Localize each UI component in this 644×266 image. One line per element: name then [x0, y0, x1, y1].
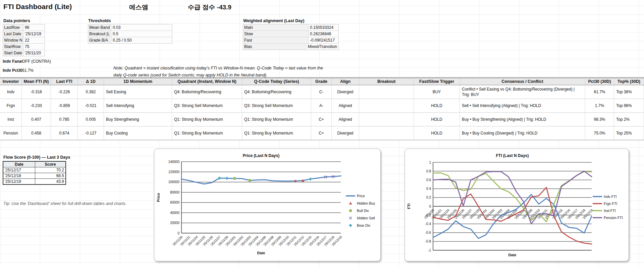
- cell[interactable]: Q1: Strong Buy Momentum: [242, 113, 311, 126]
- cell[interactable]: C-: [311, 85, 332, 99]
- column-header[interactable]: Grade: [311, 78, 332, 85]
- cell[interactable]: Buy Cooling: [104, 126, 172, 140]
- cell[interactable]: -0.316: [22, 85, 51, 99]
- cell[interactable]: -0.226: [51, 85, 78, 99]
- cell[interactable]: -0.021: [78, 99, 104, 112]
- extra-row-label[interactable]: Indv Fanati: [3, 59, 22, 64]
- cell[interactable]: [359, 126, 414, 140]
- data-pointer-value-cell[interactable]: '25/12/19: [23, 31, 45, 37]
- cell[interactable]: 61.7%: [585, 85, 614, 99]
- threshold-label[interactable]: Mean Band: [88, 24, 111, 31]
- cell[interactable]: Top 2%: [614, 113, 644, 126]
- column-header[interactable]: Top% (30D): [614, 78, 644, 85]
- data-pointer-value-cell[interactable]: '25/11/20: [23, 50, 45, 56]
- data-pointer-value-cell[interactable]: 96: [23, 24, 45, 31]
- cell[interactable]: 0.005: [78, 113, 104, 126]
- cell[interactable]: Sell • Sell Intensifying (Aligned) | Tri…: [460, 99, 585, 112]
- column-header[interactable]: Breakout: [359, 78, 414, 85]
- extra-row-value[interactable]: 61.7%: [22, 68, 34, 73]
- cell[interactable]: 75.0%: [585, 126, 614, 140]
- threshold-value-cell[interactable]: 0.5: [111, 31, 172, 37]
- cell[interactable]: 0.674: [51, 126, 78, 140]
- cell[interactable]: Frgn: [0, 99, 22, 112]
- flow-date-cell[interactable]: '25/12/18: [3, 173, 35, 178]
- data-pointer-label[interactable]: StartRow: [3, 44, 23, 50]
- cell[interactable]: 0.785: [51, 113, 78, 126]
- cell[interactable]: Buy • Buy Cooling (Diverged) | Trig: HOL…: [460, 126, 585, 140]
- cell[interactable]: C+: [311, 126, 332, 140]
- cell[interactable]: 98.3%: [585, 113, 614, 126]
- cell[interactable]: [359, 113, 414, 126]
- flow-score-cell[interactable]: 68.5: [35, 173, 65, 178]
- column-header[interactable]: Investor: [0, 78, 22, 85]
- extra-row-value[interactable]: OFF (CONTRA): [22, 59, 51, 64]
- column-header[interactable]: Fast/Slow Trigger: [414, 78, 460, 85]
- threshold-label[interactable]: Grade B/A: [88, 37, 111, 43]
- cell[interactable]: Buy Strengthening: [104, 113, 172, 126]
- cell[interactable]: Q1: Strong Buy Momentum: [172, 113, 242, 126]
- cell[interactable]: -0.233: [22, 99, 51, 112]
- cell[interactable]: Aligned: [332, 113, 359, 126]
- cell[interactable]: Q3: Strong Sell Momentum: [242, 99, 311, 112]
- column-header[interactable]: Last FTI: [51, 78, 78, 85]
- column-header[interactable]: Δ 1D: [78, 78, 104, 85]
- threshold-value-cell[interactable]: 0.25 / 0.50: [111, 37, 172, 43]
- cell[interactable]: Aligned: [332, 99, 359, 112]
- cell[interactable]: 0.382: [78, 85, 104, 99]
- cell[interactable]: Q4: Bottoming/Recovering: [242, 85, 311, 99]
- cell[interactable]: HOLD: [414, 126, 460, 140]
- cell[interactable]: [359, 85, 414, 99]
- column-header[interactable]: Mean FTI (N): [22, 78, 51, 85]
- column-header[interactable]: Q-Code Today (Series): [242, 78, 311, 85]
- cell[interactable]: Buy • Buy Strengthening (Aligned) | Trig…: [460, 113, 585, 126]
- cell[interactable]: Sell Easing: [104, 85, 172, 99]
- flow-date-cell[interactable]: '25/12/19: [3, 179, 35, 184]
- cell[interactable]: Diverged: [332, 85, 359, 99]
- data-pointer-label[interactable]: Last Date: [3, 31, 23, 37]
- cell[interactable]: Top 25%: [614, 126, 644, 140]
- data-pointer-label[interactable]: Start Date: [3, 50, 23, 56]
- weighted-alignment-value-cell[interactable]: 0.26236846: [309, 31, 338, 37]
- cell[interactable]: Sell Intensifying: [104, 99, 172, 112]
- weighted-alignment-value-cell[interactable]: 0.150533324: [309, 24, 338, 31]
- cell[interactable]: -0.859: [51, 99, 78, 112]
- data-pointer-label[interactable]: LastRow: [3, 24, 23, 31]
- column-header[interactable]: 1D Momentum: [104, 78, 172, 85]
- cell[interactable]: HOLD: [414, 99, 460, 112]
- cell[interactable]: Conflict • Sell Easing vs Q4: Bottoming/…: [460, 85, 585, 99]
- flow-header-date[interactable]: Date: [3, 162, 35, 167]
- weighted-alignment-label[interactable]: Slow: [243, 31, 309, 37]
- cell[interactable]: Diverged: [332, 126, 359, 140]
- data-pointer-value-cell[interactable]: 22: [23, 37, 45, 43]
- weighted-alignment-label[interactable]: Fast: [243, 37, 309, 43]
- threshold-label[interactable]: Breakout |L: [88, 31, 111, 37]
- column-header[interactable]: Consensus / Conflict: [460, 78, 585, 85]
- cell[interactable]: Q1: Strong Buy Momentum: [242, 126, 311, 140]
- cell[interactable]: [359, 99, 414, 112]
- data-pointer-label[interactable]: Window N: [3, 37, 23, 43]
- column-header[interactable]: Pct30 (30D): [585, 78, 614, 85]
- flow-score-cell[interactable]: 70.2: [35, 167, 65, 173]
- cell[interactable]: 0.407: [22, 113, 51, 126]
- flow-score-cell[interactable]: 43.9: [35, 179, 65, 184]
- flow-header-score[interactable]: Score: [35, 162, 65, 167]
- cell[interactable]: A-: [311, 99, 332, 112]
- cell[interactable]: Top 38%: [614, 85, 644, 99]
- cell[interactable]: C+: [311, 113, 332, 126]
- threshold-value-cell[interactable]: 0.03: [111, 24, 172, 31]
- extra-row-label[interactable]: Indv Pct30: [3, 68, 22, 73]
- weighted-alignment-value-cell[interactable]: -0.090241517: [309, 37, 338, 43]
- weighted-alignment-label[interactable]: Bias: [243, 44, 306, 50]
- column-header[interactable]: Align: [332, 78, 359, 85]
- cell[interactable]: Inst: [0, 113, 22, 126]
- cell[interactable]: Q4: Bottoming/Recovering: [172, 85, 242, 99]
- weighted-alignment-value-cell[interactable]: Mixed/Transition: [306, 44, 338, 50]
- cell[interactable]: 1.7%: [585, 99, 614, 112]
- cell[interactable]: Top 98%: [614, 99, 644, 112]
- cell[interactable]: Q3: Strong Sell Momentum: [172, 99, 242, 112]
- column-header[interactable]: Quadrant (Instant, Window N): [172, 78, 242, 85]
- weighted-alignment-label[interactable]: Main: [243, 24, 309, 31]
- cell[interactable]: HOLD: [414, 113, 460, 126]
- cell[interactable]: 0.458: [22, 126, 51, 140]
- data-pointer-value-cell[interactable]: 75: [23, 44, 45, 50]
